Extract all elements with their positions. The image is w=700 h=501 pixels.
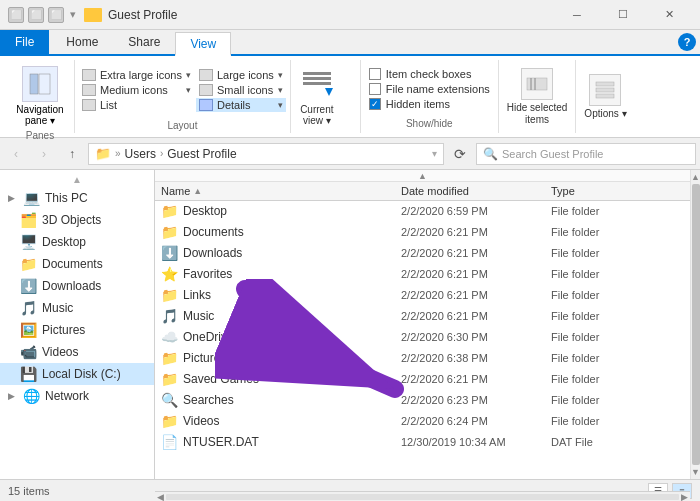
close-button[interactable]: ✕	[646, 0, 692, 30]
file-type: DAT File	[545, 436, 645, 448]
col-type-label: Type	[551, 185, 575, 197]
file-icon: 📁	[161, 413, 177, 429]
breadcrumb-users[interactable]: Users	[125, 147, 156, 161]
quick-access-icon2[interactable]: ⬜	[28, 7, 44, 23]
item-checkboxes-cb	[369, 68, 381, 80]
sidebar-label-downloads: Downloads	[42, 279, 101, 293]
list-button[interactable]: List	[79, 98, 194, 112]
table-row[interactable]: 📁 Desktop 2/2/2020 6:59 PM File folder	[155, 201, 690, 222]
table-row[interactable]: 🔍 Searches 2/2/2020 6:23 PM File folder	[155, 390, 690, 411]
table-row[interactable]: ⭐ Favorites 2/2/2020 6:21 PM File folder	[155, 264, 690, 285]
file-date: 2/2/2020 6:21 PM	[395, 226, 545, 238]
address-path[interactable]: 📁 » Users › Guest Profile ▾	[88, 143, 444, 165]
file-type: File folder	[545, 268, 645, 280]
back-button[interactable]: ‹	[4, 142, 28, 166]
svg-rect-4	[303, 82, 331, 85]
desktop-icon: 🖥️	[20, 234, 36, 250]
forward-button[interactable]: ›	[32, 142, 56, 166]
sidebar-item-this-pc[interactable]: ▶ 💻 This PC	[0, 187, 154, 209]
file-date: 2/2/2020 6:21 PM	[395, 310, 545, 322]
sidebar-item-network[interactable]: ▶ 🌐 Network	[0, 385, 154, 407]
videos-icon: 📹	[20, 344, 36, 360]
sidebar-item-documents[interactable]: 📁 Documents	[0, 253, 154, 275]
refresh-button[interactable]: ⟳	[448, 142, 472, 166]
scroll-up-arrow[interactable]: ▲	[691, 172, 700, 182]
path-dropdown[interactable]: ▾	[432, 148, 437, 159]
hide-selected-button[interactable]: Hide selecteditems	[499, 60, 577, 133]
file-type: File folder	[545, 226, 645, 238]
sidebar-scroll-up[interactable]: ▲	[0, 174, 154, 185]
documents-icon: 📁	[20, 256, 36, 272]
medium-icons-button[interactable]: Medium icons ▾	[79, 83, 194, 97]
sort-indicator: ▲	[155, 170, 690, 182]
sidebar-label-music: Music	[42, 301, 73, 315]
scroll-thumb[interactable]	[692, 184, 700, 465]
scroll-left-arrow[interactable]: ◀	[157, 492, 164, 502]
sidebar-item-downloads[interactable]: ⬇️ Downloads	[0, 275, 154, 297]
details-button[interactable]: Details ▾	[196, 98, 286, 112]
small-label: Small icons	[217, 84, 273, 96]
title-bar: ⬜ ⬜ ⬜ ▾ Guest Profile ─ ☐ ✕	[0, 0, 700, 30]
sidebar-item-music[interactable]: 🎵 Music	[0, 297, 154, 319]
table-row[interactable]: ☁️ OneDrive 2/2/2020 6:30 PM File folder	[155, 327, 690, 348]
table-row[interactable]: 📁 Pictures 2/2/2020 6:38 PM File folder	[155, 348, 690, 369]
table-row[interactable]: 📁 Videos 2/2/2020 6:24 PM File folder	[155, 411, 690, 432]
options-button[interactable]: Options ▾	[576, 60, 634, 133]
table-row[interactable]: ⬇️ Downloads 2/2/2020 6:21 PM File folde…	[155, 243, 690, 264]
table-row[interactable]: 🎵 Music 2/2/2020 6:21 PM File folder	[155, 306, 690, 327]
table-row[interactable]: 📄 NTUSER.DAT 12/30/2019 10:34 AM DAT Fil…	[155, 432, 690, 453]
scroll-right-arrow[interactable]: ▶	[681, 492, 688, 502]
table-row[interactable]: 📁 Documents 2/2/2020 6:21 PM File folder	[155, 222, 690, 243]
file-list-scrollbar[interactable]: ▲ ▼	[690, 170, 700, 479]
options-label: Options ▾	[584, 108, 626, 119]
table-row[interactable]: 📁 Links 2/2/2020 6:21 PM File folder	[155, 285, 690, 306]
item-checkboxes-toggle[interactable]: Item check boxes	[369, 68, 490, 80]
col-header-date[interactable]: Date modified	[395, 185, 545, 197]
minimize-button[interactable]: ─	[554, 0, 600, 30]
maximize-button[interactable]: ☐	[600, 0, 646, 30]
sidebar-item-3d-objects[interactable]: 🗂️ 3D Objects	[0, 209, 154, 231]
breadcrumb-separator0: »	[115, 148, 121, 159]
file-name-text: Desktop	[183, 204, 227, 218]
showhide-group-label: Show/hide	[369, 116, 490, 129]
details-label: Details	[217, 99, 251, 111]
tab-share[interactable]: Share	[113, 30, 175, 54]
extra-large-icons-button[interactable]: Extra large icons ▾	[79, 68, 194, 82]
sidebar-item-videos[interactable]: 📹 Videos	[0, 341, 154, 363]
help-button[interactable]: ?	[678, 33, 696, 51]
tab-view[interactable]: View	[175, 32, 231, 56]
quick-access-icon3[interactable]: ⬜	[48, 7, 64, 23]
options-icon	[589, 74, 621, 106]
sidebar-item-pictures[interactable]: 🖼️ Pictures	[0, 319, 154, 341]
file-extensions-toggle[interactable]: File name extensions	[369, 83, 490, 95]
up-button[interactable]: ↑	[60, 142, 84, 166]
search-box[interactable]: 🔍 Search Guest Profile	[476, 143, 696, 165]
horizontal-scrollbar[interactable]: ◀ ▶	[155, 491, 690, 501]
small-icons-button[interactable]: Small icons ▾	[196, 83, 286, 97]
current-view-group-label	[299, 127, 352, 129]
file-type: File folder	[545, 310, 645, 322]
hidden-items-toggle[interactable]: ✓ Hidden items	[369, 98, 490, 110]
main-area: ▲ ▶ 💻 This PC 🗂️ 3D Objects 🖥️ Desktop 📁…	[0, 170, 700, 479]
title-bar-icons: ⬜ ⬜ ⬜ ▾	[8, 7, 76, 23]
scroll-down-arrow[interactable]: ▼	[691, 467, 700, 477]
svg-rect-1	[39, 74, 50, 94]
file-icon: ⭐	[161, 266, 177, 282]
col-header-type[interactable]: Type	[545, 185, 645, 197]
large-icons-button[interactable]: Large icons ▾	[196, 68, 286, 82]
tab-home[interactable]: Home	[51, 30, 113, 54]
tab-file[interactable]: File	[0, 30, 49, 54]
sidebar-item-desktop[interactable]: 🖥️ Desktop	[0, 231, 154, 253]
svg-rect-2	[303, 72, 331, 75]
sidebar-item-local-disk[interactable]: 💾 Local Disk (C:)	[0, 363, 154, 385]
ribbon-group-panes: Navigationpane ▾ Panes	[6, 60, 75, 133]
status-bar: 15 items ☰ ≡ ◀ ▶	[0, 479, 700, 501]
navigation-pane-button[interactable]: Navigationpane ▾	[14, 64, 66, 128]
sidebar: ▲ ▶ 💻 This PC 🗂️ 3D Objects 🖥️ Desktop 📁…	[0, 170, 155, 479]
table-row[interactable]: 📁 Saved Games 2/2/2020 6:21 PM File fold…	[155, 369, 690, 390]
col-date-label: Date modified	[401, 185, 469, 197]
quick-access-icon[interactable]: ⬜	[8, 7, 24, 23]
col-header-name[interactable]: Name ▲	[155, 185, 395, 197]
xl-dropdown: ▾	[186, 70, 191, 80]
breadcrumb-guest-profile[interactable]: Guest Profile	[167, 147, 236, 161]
